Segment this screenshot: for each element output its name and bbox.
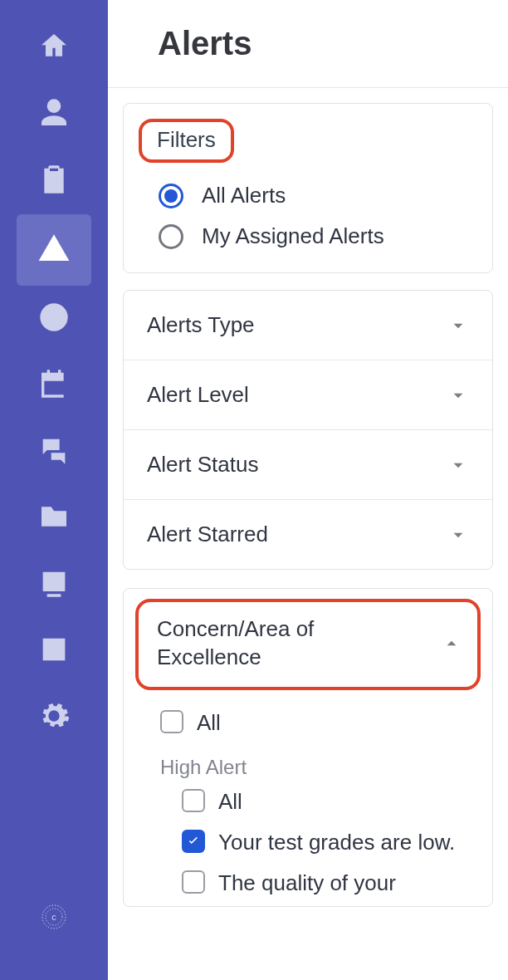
calendar-icon	[37, 367, 71, 404]
concern-card: Concern/Area of Excellence All High Aler…	[123, 588, 493, 907]
page-title: Alerts	[108, 0, 508, 88]
check-label: Your test grades are low.	[218, 828, 455, 857]
chevron-down-icon	[447, 524, 469, 546]
nav-people[interactable]	[17, 81, 91, 148]
nav-chat[interactable]	[17, 419, 91, 485]
concern-top-checks: All	[124, 697, 492, 737]
check-label: All	[218, 787, 242, 816]
bolt-icon	[37, 301, 71, 337]
filters-heading: Filters	[157, 127, 216, 152]
filters-heading-highlight: Filters	[139, 119, 234, 163]
folder-icon	[37, 500, 71, 537]
gear-icon	[37, 699, 71, 736]
checkbox-icon	[160, 710, 183, 733]
clipboard-icon	[37, 163, 71, 199]
nav-clipboard[interactable]	[17, 148, 91, 214]
accordion-label: Alert Starred	[147, 522, 268, 547]
main: Alerts Filters All Alerts My Assigned Al…	[108, 0, 508, 980]
sidebar: c	[0, 0, 108, 980]
check-test-grades-low[interactable]: Your test grades are low.	[182, 828, 492, 857]
contact-icon	[37, 566, 71, 603]
radio-icon	[159, 184, 183, 208]
nav-folder[interactable]	[17, 485, 91, 551]
checkbox-icon	[182, 870, 205, 894]
radio-my-assigned-alerts[interactable]: My Assigned Alerts	[159, 223, 472, 249]
group-heading-high-alert: High Alert	[124, 756, 492, 779]
accordion-alert-status[interactable]: Alert Status	[124, 429, 492, 499]
nav-contact[interactable]	[17, 551, 91, 618]
accordion-alerts-type[interactable]: Alerts Type	[124, 291, 492, 360]
chat-icon	[37, 434, 71, 470]
accordion-alert-level[interactable]: Alert Level	[124, 360, 492, 429]
check-all-top[interactable]: All	[160, 708, 472, 737]
nav-analytics[interactable]	[17, 618, 91, 684]
concern-heading: Concern/Area of Excellence	[157, 615, 406, 672]
chevron-down-icon	[447, 385, 469, 406]
home-icon	[37, 30, 71, 66]
brand-badge: c	[37, 900, 71, 933]
chart-icon	[37, 633, 71, 669]
high-alert-checks: All Your test grades are low. The qualit…	[124, 787, 492, 898]
alert-icon	[37, 232, 71, 268]
checkbox-checked-icon	[182, 830, 205, 853]
radio-label: My Assigned Alerts	[202, 223, 384, 249]
chevron-down-icon	[447, 454, 469, 476]
filter-accordion: Alerts Type Alert Level Alert Status Ale…	[123, 290, 493, 570]
check-quality-of-your[interactable]: The quality of your	[182, 869, 492, 898]
filters-card: Filters All Alerts My Assigned Alerts	[123, 103, 493, 273]
radio-label: All Alerts	[202, 183, 286, 208]
accordion-alert-starred[interactable]: Alert Starred	[124, 499, 492, 569]
chevron-down-icon	[447, 315, 469, 336]
content: Filters All Alerts My Assigned Alerts Al…	[108, 88, 508, 907]
nav-bolt[interactable]	[17, 286, 91, 352]
svg-text:c: c	[51, 912, 56, 922]
radio-all-alerts[interactable]: All Alerts	[159, 183, 472, 208]
chevron-up-icon	[441, 633, 462, 654]
filters-radio-group: All Alerts My Assigned Alerts	[144, 183, 472, 249]
accordion-label: Alerts Type	[147, 312, 255, 338]
check-label: All	[197, 708, 221, 737]
checkbox-icon	[182, 789, 205, 812]
people-icon	[37, 96, 71, 133]
check-high-all[interactable]: All	[182, 787, 492, 816]
concern-header[interactable]: Concern/Area of Excellence	[135, 599, 481, 690]
accordion-label: Alert Status	[147, 452, 258, 478]
nav-alerts[interactable]	[17, 214, 91, 286]
nav-settings[interactable]	[17, 684, 91, 751]
accordion-label: Alert Level	[147, 382, 249, 408]
nav-home[interactable]	[17, 15, 91, 81]
radio-icon	[159, 224, 183, 249]
nav-calendar[interactable]	[17, 352, 91, 419]
check-label: The quality of your	[218, 869, 396, 898]
